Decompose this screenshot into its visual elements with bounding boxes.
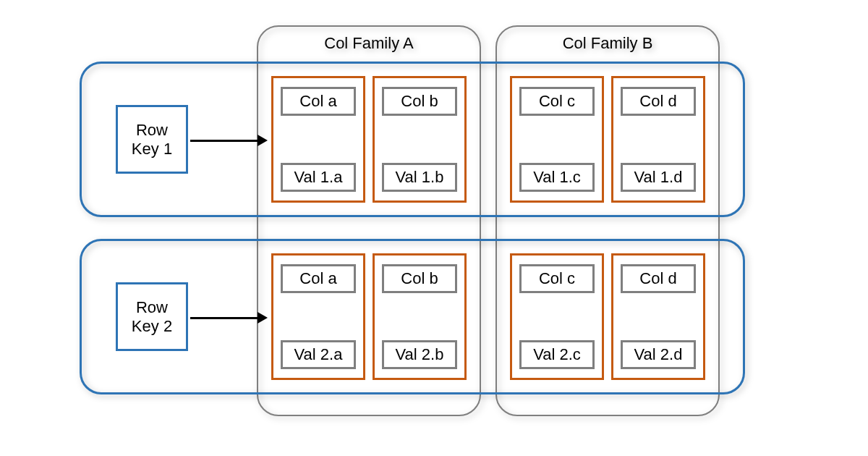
arrow-head-row-2	[258, 312, 268, 324]
cell-2-b-val: Val 2.b	[382, 340, 457, 369]
cell-1-d-col: Col d	[621, 87, 696, 116]
cell-2-c-col: Col c	[519, 264, 595, 293]
cell-1-a-val: Val 1.a	[281, 163, 356, 192]
cell-1-a-col: Col a	[281, 87, 356, 116]
col-family-b-title: Col Family B	[497, 34, 718, 53]
cell-2-d-val: Val 2.d	[621, 340, 696, 369]
cell-2-d-col: Col d	[621, 264, 696, 293]
cell-1-b-col: Col b	[382, 87, 457, 116]
cell-1-b-val: Val 1.b	[382, 163, 457, 192]
diagram-stage: Col Family A Col Family B Row Key 1 Row …	[0, 0, 868, 456]
row-key-1: Row Key 1	[116, 105, 188, 174]
cell-2-c-val: Val 2.c	[519, 340, 595, 369]
cell-2-b-col: Col b	[382, 264, 457, 293]
cell-1-c-val: Val 1.c	[519, 163, 595, 192]
row-key-2: Row Key 2	[116, 282, 188, 351]
cell-1-c-col: Col c	[519, 87, 595, 116]
arrow-row-2	[190, 317, 258, 319]
arrow-row-1	[190, 140, 258, 142]
cell-1-d-val: Val 1.d	[621, 163, 696, 192]
arrow-head-row-1	[258, 135, 268, 146]
cell-2-a-val: Val 2.a	[281, 340, 356, 369]
cell-2-a-col: Col a	[281, 264, 356, 293]
col-family-a-title: Col Family A	[258, 34, 480, 53]
